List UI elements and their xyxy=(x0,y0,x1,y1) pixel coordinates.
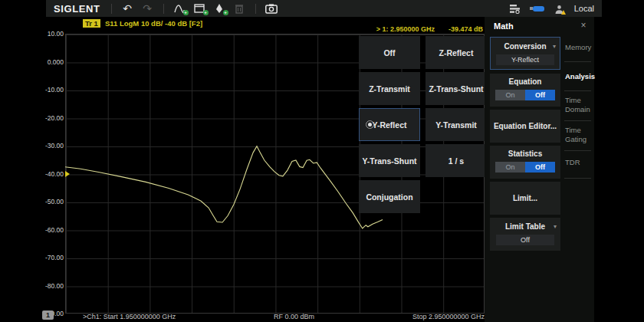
conversion-option-y-transmit[interactable]: Y-Transmit xyxy=(426,108,487,141)
option-label: Z-Trans-Shunt xyxy=(429,84,483,94)
option-label: Y-Trans-Shunt xyxy=(362,156,416,166)
toolbar-right-cluster: Local xyxy=(507,2,594,15)
separator xyxy=(111,4,112,14)
conversion-option-z-reflect[interactable]: Z-Reflect xyxy=(426,36,487,69)
trace-settings-label[interactable]: S11 LogM 10 dB/ -40 dB [F2] xyxy=(105,19,202,28)
math-limit-table-button[interactable]: Limit Table ▾ Off xyxy=(490,218,560,251)
button-label: Equation xyxy=(490,74,560,86)
y-axis-label: -80.00 xyxy=(38,282,64,290)
option-label: Z-Reflect xyxy=(439,48,474,58)
plus-badge-icon: + xyxy=(203,10,209,15)
camera-icon xyxy=(265,4,278,14)
add-window-button[interactable]: + xyxy=(192,2,208,15)
undo-icon: ↶ xyxy=(123,3,132,14)
panel-title: Math xyxy=(494,21,514,31)
usb-indicator-icon[interactable] xyxy=(533,6,544,12)
add-trace-button[interactable]: + xyxy=(172,2,188,15)
option-label: 1 / s xyxy=(449,156,464,166)
y-axis-label: -10.00 xyxy=(38,86,64,94)
y-axis-label: -40.00 xyxy=(38,170,64,178)
conversion-option-z-trans-shunt[interactable]: Z-Trans-Shunt xyxy=(426,72,487,105)
close-icon: × xyxy=(580,20,586,31)
user-account-button[interactable] xyxy=(554,4,564,14)
limit-table-value[interactable]: Off xyxy=(496,235,554,245)
option-label: Off xyxy=(383,48,395,58)
conversion-option-y-trans-shunt[interactable]: Y-Trans-Shunt xyxy=(359,144,420,177)
plus-badge-icon: + xyxy=(183,10,189,15)
marker-readout: > 1: 2.950000 GHz -39.474 dB xyxy=(330,25,483,33)
screenshot-button[interactable] xyxy=(264,2,280,15)
plus-badge-icon: + xyxy=(223,10,228,15)
marker-frequency: > 1: 2.950000 GHz xyxy=(376,25,435,33)
warning-badge-icon xyxy=(561,10,566,15)
math-panel: Math × Conversion ▾ Y-Reflect Equation O… xyxy=(485,17,594,322)
statistics-off-option[interactable]: Off xyxy=(525,162,555,172)
undo-button[interactable]: ↶ xyxy=(120,2,136,15)
trace-header: Tr 1 S11 LogM 10 dB/ -40 dB [F2] xyxy=(83,19,202,28)
radio-selected-icon xyxy=(366,120,374,129)
sidebar-item-tdr[interactable]: TDR xyxy=(565,158,593,167)
conversion-option-y-reflect[interactable]: Y-Reflect xyxy=(359,108,420,141)
option-label: Y-Transmit xyxy=(435,120,477,130)
menu-config-icon xyxy=(509,4,521,14)
conversion-option-z-transmit[interactable]: Z-Transmit xyxy=(359,72,420,105)
equation-on-option[interactable]: On xyxy=(495,90,525,100)
sidebar-item-analysis[interactable]: Analysis xyxy=(565,72,593,81)
sidebar-item-time-gating[interactable]: Time Gating xyxy=(565,126,593,144)
option-label: Conjugation xyxy=(366,192,412,202)
siglent-logo: SIGLENT xyxy=(54,3,100,15)
button-label: Statistics xyxy=(490,146,560,158)
separator xyxy=(163,4,164,14)
statistics-toggle: On Off xyxy=(490,162,560,172)
button-label: Equation Editor... xyxy=(490,110,560,143)
equation-toggle: On Off xyxy=(490,90,560,100)
sidebar-item-memory[interactable]: Memory xyxy=(565,43,593,52)
chevron-down-icon: ▾ xyxy=(554,223,557,230)
button-label: Conversion xyxy=(491,38,560,51)
divider xyxy=(564,150,591,151)
usb-plug-icon xyxy=(530,7,533,10)
chevron-down-icon: ▾ xyxy=(553,43,556,50)
radio-dot xyxy=(368,123,372,127)
statistics-on-option[interactable]: On xyxy=(495,162,525,172)
separator xyxy=(255,4,256,14)
divider xyxy=(564,61,591,62)
close-button[interactable]: × xyxy=(578,20,589,31)
divider xyxy=(564,178,591,179)
trace-badge[interactable]: Tr 1 xyxy=(83,19,100,28)
marker-value: -39.474 dB xyxy=(449,25,483,33)
rf-power-label: RF 0.00 dBm xyxy=(274,313,314,320)
conversion-value[interactable]: Y-Reflect xyxy=(496,54,554,65)
option-label: Z-Transmit xyxy=(369,84,410,94)
menu-config-button[interactable] xyxy=(507,2,523,15)
top-toolbar: SIGLENT ↶ ↷ + + + xyxy=(46,0,602,17)
trash-icon xyxy=(235,3,244,14)
y-axis-label: -60.00 xyxy=(38,226,64,234)
math-conversion-button[interactable]: Conversion ▾ Y-Reflect xyxy=(490,37,560,70)
stop-frequency-label: Stop 2.950000000 GHz xyxy=(331,313,485,320)
option-label: Y-Reflect xyxy=(373,120,407,130)
y-axis-label: -20.00 xyxy=(38,114,64,122)
conversion-option-1-over-s[interactable]: 1 / s xyxy=(426,144,487,177)
sidebar-item-time-domain[interactable]: Time Domain xyxy=(565,96,593,114)
math-equation-editor-button[interactable]: Equation Editor... xyxy=(490,110,560,143)
math-statistics-button[interactable]: Statistics On Off xyxy=(490,146,560,179)
delete-button xyxy=(232,2,248,15)
conversion-option-conjugation[interactable]: Conjugation xyxy=(359,180,420,213)
y-axis-label: -50.00 xyxy=(38,198,64,205)
local-mode-button[interactable]: Local xyxy=(574,4,594,13)
button-label: Limit Table xyxy=(490,218,560,231)
y-axis-label: 10.00 xyxy=(38,30,64,38)
y-axis-label: 0.000 xyxy=(38,58,64,66)
start-frequency-label: >Ch1: Start 1.950000000 GHz xyxy=(83,313,176,320)
trace-line xyxy=(65,146,383,228)
add-marker-button[interactable]: + xyxy=(212,2,228,15)
button-label: Limit... xyxy=(490,182,560,215)
math-equation-button[interactable]: Equation On Off xyxy=(490,74,560,107)
math-limit-button[interactable]: Limit... xyxy=(490,182,560,215)
channel-badge[interactable]: 1 xyxy=(42,310,54,320)
conversion-option-off[interactable]: Off xyxy=(359,36,420,69)
y-axis-label: -30.00 xyxy=(38,142,64,150)
redo-icon: ↷ xyxy=(143,3,152,14)
equation-off-option[interactable]: Off xyxy=(525,90,555,100)
